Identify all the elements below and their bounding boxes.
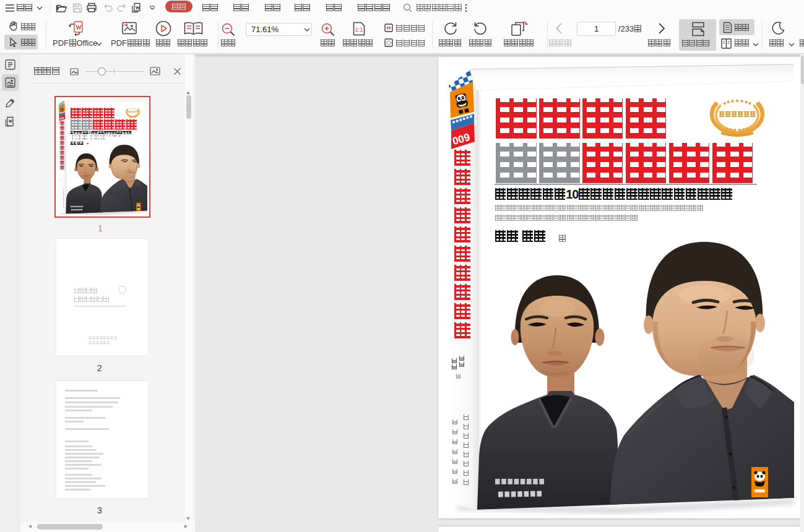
svg-text:1:1: 1:1 — [355, 27, 363, 33]
